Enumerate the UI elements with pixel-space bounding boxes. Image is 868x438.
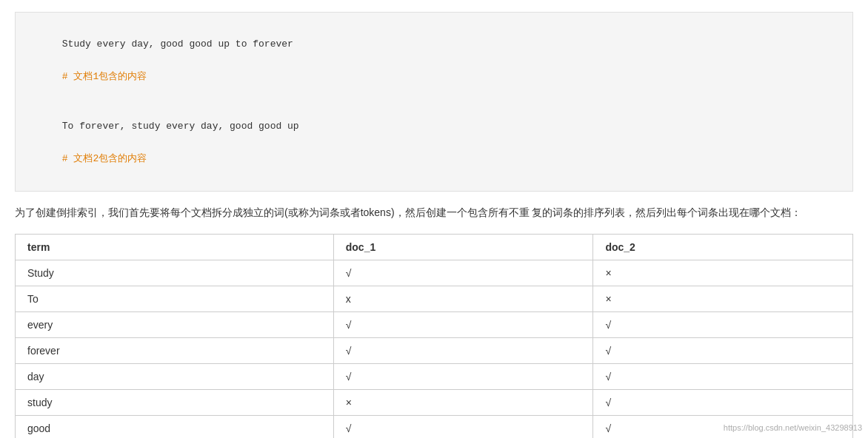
cell-doc1: ×	[333, 390, 593, 416]
cell-term: good	[16, 416, 334, 438]
table-row: study×√	[16, 390, 853, 416]
table-row: every√√	[16, 312, 853, 338]
cell-doc1: √	[333, 416, 593, 438]
code-line-1: Study every day, good good up to forever…	[27, 20, 841, 101]
code-block: Study every day, good good up to forever…	[15, 12, 853, 192]
table-row: Study√×	[16, 260, 853, 286]
header-doc1: doc_1	[333, 235, 593, 260]
watermark: https://blog.csdn.net/weixin_43298913	[724, 423, 862, 432]
inverted-index-table: term doc_1 doc_2 Study√×Tox×every√√forev…	[15, 234, 853, 438]
cell-doc1: √	[333, 260, 593, 286]
table-row: forever√√	[16, 338, 853, 364]
cell-doc1: x	[333, 286, 593, 312]
cell-term: every	[16, 312, 334, 338]
code-text-1: Study every day, good good up to forever	[62, 38, 293, 50]
cell-term: Study	[16, 260, 334, 286]
cell-doc2: ×	[593, 286, 853, 312]
cell-term: day	[16, 364, 334, 390]
code-comment-2: # 文档2包含的内容	[62, 153, 147, 164]
table-wrapper: term doc_1 doc_2 Study√×Tox×every√√forev…	[15, 234, 853, 438]
table-body: Study√×Tox×every√√forever√√day√√study×√g…	[16, 260, 853, 438]
code-line-2: To forever, study every day, good good u…	[27, 101, 841, 183]
cell-doc2: √	[593, 390, 853, 416]
main-container: Study every day, good good up to forever…	[0, 0, 868, 438]
cell-doc1: √	[333, 312, 593, 338]
description-text: 为了创建倒排索引，我们首先要将每个文档拆分成独立的词(或称为词条或者tokens…	[15, 203, 853, 222]
cell-doc2: √	[593, 364, 853, 390]
code-comment-1: # 文档1包含的内容	[62, 71, 147, 82]
cell-term: forever	[16, 338, 334, 364]
cell-term: To	[16, 286, 334, 312]
header-term: term	[16, 235, 334, 260]
cell-doc2: ×	[593, 260, 853, 286]
table-row: Tox×	[16, 286, 853, 312]
table-row: day√√	[16, 364, 853, 390]
cell-doc1: √	[333, 364, 593, 390]
header-doc2: doc_2	[593, 235, 853, 260]
cell-doc2: √	[593, 312, 853, 338]
cell-term: study	[16, 390, 334, 416]
cell-doc1: √	[333, 338, 593, 364]
cell-doc2: √	[593, 338, 853, 364]
code-text-2: To forever, study every day, good good u…	[62, 121, 299, 132]
table-header-row: term doc_1 doc_2	[16, 235, 853, 260]
